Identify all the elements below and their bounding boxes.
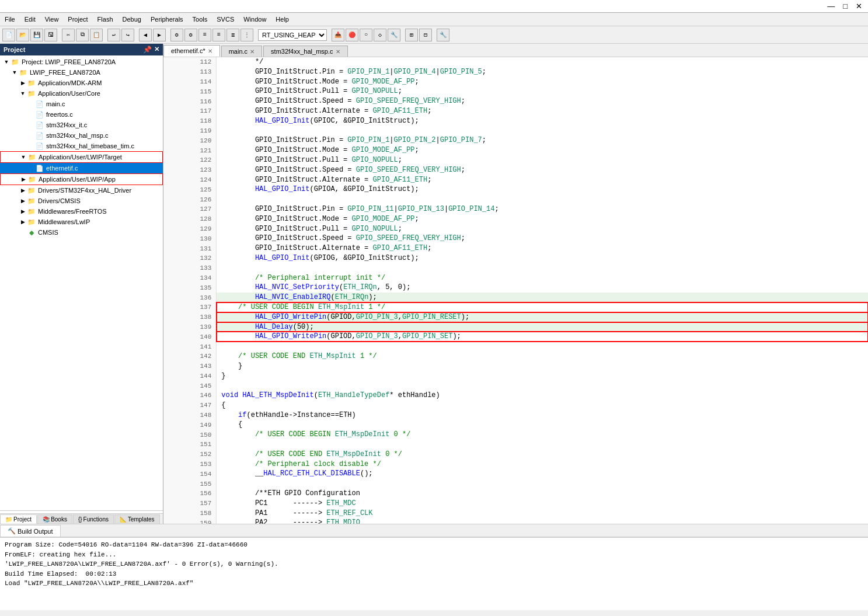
sb-tab-books[interactable]: 📚 Books: [37, 514, 72, 524]
tb-redo[interactable]: ↪: [121, 29, 134, 41]
code-content[interactable]: GPIO_InitStruct.Pull = GPIO_NOPULL;: [217, 155, 868, 165]
code-content[interactable]: [217, 126, 868, 136]
tb-paste[interactable]: 📋: [90, 29, 103, 41]
tb-settings[interactable]: 🔧: [437, 29, 449, 41]
code-content[interactable]: /* USER CODE END ETH_MspInit 1 */: [217, 351, 868, 361]
menu-edit[interactable]: Edit: [20, 14, 40, 25]
tb-win2[interactable]: ⊟: [419, 29, 432, 41]
tree-freertos-c[interactable]: 📄 freertos.c: [0, 109, 163, 120]
tree-hal-tb-c[interactable]: 📄 stm32f4xx_hal_timebase_tim.c: [0, 141, 163, 151]
code-content[interactable]: __HAL_RCC_ETH_CLK_DISABLE();: [217, 469, 868, 479]
build-target-select[interactable]: RT_USING_HEAP: [258, 29, 327, 41]
tb-build6[interactable]: ⋮: [240, 29, 253, 41]
tab-build-output[interactable]: 🔨 Build Output: [0, 525, 61, 537]
tab-ethernetif[interactable]: ethernetif.c* ✕: [163, 45, 220, 57]
code-content[interactable]: if(ethHandle->Instance==ETH): [217, 410, 868, 420]
menu-svcs[interactable]: SVCS: [212, 14, 239, 25]
code-content[interactable]: {: [217, 401, 868, 410]
tb-undo[interactable]: ↩: [107, 29, 120, 41]
tree-cmsis[interactable]: ◆ CMSIS: [0, 227, 163, 238]
code-content[interactable]: GPIO_InitStruct.Mode = GPIO_MODE_AF_PP;: [217, 214, 868, 224]
tb-copy[interactable]: ⧉: [76, 29, 89, 41]
build-output-panel[interactable]: Program Size: Code=54016 RO-data=1104 RW…: [0, 537, 868, 610]
tb-open[interactable]: 📂: [16, 29, 29, 41]
sb-tab-functions[interactable]: {} Functions: [73, 514, 114, 524]
menu-project[interactable]: Project: [63, 14, 92, 25]
code-content[interactable]: GPIO_InitStruct.Pull = GPIO_NOPULL;: [217, 86, 868, 96]
code-content[interactable]: GPIO_InitStruct.Alternate = GPIO_AF11_ET…: [217, 175, 868, 185]
tb-build4[interactable]: ≡: [212, 29, 225, 41]
code-content[interactable]: GPIO_InitStruct.Alternate = GPIO_AF11_ET…: [217, 243, 868, 253]
code-content[interactable]: /**ETH GPIO Configuration: [217, 489, 868, 499]
tab-close-icon[interactable]: ✕: [250, 48, 255, 55]
code-content[interactable]: /* Peripheral interrupt init */: [217, 273, 868, 283]
code-content[interactable]: HAL_NVIC_EnableIRQ(ETH_IRQn);: [217, 293, 868, 302]
tree-lwip[interactable]: ▶ 📁 Middlewares/LwIP: [0, 217, 163, 227]
code-content[interactable]: }: [217, 371, 868, 381]
tree-mdk-arm[interactable]: ▶ 📁 Application/MDK-ARM: [0, 78, 163, 88]
tree-main-c[interactable]: 📄 main.c: [0, 99, 163, 109]
tree-user-core[interactable]: ▼ 📁 Application/User/Core: [0, 88, 163, 99]
code-content[interactable]: }: [217, 361, 868, 371]
code-content[interactable]: void HAL_ETH_MspDeInit(ETH_HandleTypeDef…: [217, 391, 868, 401]
code-content[interactable]: /* USER CODE END ETH_MspDeInit 0 */: [217, 450, 868, 460]
menu-file[interactable]: File: [0, 14, 20, 25]
tb-saveall[interactable]: 🖫: [44, 29, 57, 41]
tb-prev[interactable]: ◀: [139, 29, 152, 41]
tab-close-icon[interactable]: ✕: [208, 48, 212, 54]
tree-lwip-target[interactable]: ▼ 📁 Application/User/LWIP/Target: [0, 151, 163, 163]
code-content[interactable]: GPIO_InitStruct.Mode = GPIO_MODE_AF_PP;: [217, 145, 868, 155]
tree-project-root[interactable]: ▼ 📁 Project: LWIP_FREE_LAN8720A: [0, 57, 163, 67]
code-content[interactable]: PC1 ------> ETH_MDC: [217, 499, 868, 509]
tb-load[interactable]: 📥: [332, 29, 344, 41]
tb-dbg4[interactable]: 🔧: [388, 29, 400, 41]
tb-dbg1[interactable]: 🔴: [346, 29, 358, 41]
code-content[interactable]: GPIO_InitStruct.Alternate = GPIO_AF11_ET…: [217, 106, 868, 116]
menu-debug[interactable]: Debug: [118, 14, 146, 25]
tree-lwip-app[interactable]: ▶ 📁 Application/User/LWIP/App: [0, 173, 163, 185]
code-content[interactable]: HAL_Delay(50);: [217, 322, 868, 332]
tb-cut[interactable]: ✂: [62, 29, 75, 41]
code-content[interactable]: GPIO_InitStruct.Pin = GPIO_PIN_1|GPIO_PI…: [217, 67, 868, 77]
code-content[interactable]: GPIO_InitStruct.Speed = GPIO_SPEED_FREQ_…: [217, 96, 868, 106]
code-content[interactable]: HAL_GPIO_Init(GPIOC, &GPIO_InitStruct);: [217, 116, 868, 126]
menu-peripherals[interactable]: Peripherals: [146, 14, 188, 25]
code-content[interactable]: [217, 381, 868, 391]
minimize-button[interactable]: —: [825, 2, 837, 11]
code-content[interactable]: PA1 ------> ETH_REF_CLK: [217, 509, 868, 518]
tb-save[interactable]: 💾: [30, 29, 43, 41]
sidebar-pin[interactable]: 📌: [143, 46, 152, 54]
code-content[interactable]: GPIO_InitStruct.Pull = GPIO_NOPULL;: [217, 224, 868, 234]
menu-view[interactable]: View: [40, 14, 64, 25]
code-content[interactable]: {: [217, 420, 868, 430]
code-content[interactable]: */: [217, 57, 868, 67]
tb-win1[interactable]: ⊞: [405, 29, 418, 41]
tree-lwip-root[interactable]: ▼ 📁 LWIP_FREE_LAN8720A: [0, 67, 163, 78]
maximize-button[interactable]: □: [841, 2, 850, 11]
menu-tools[interactable]: Tools: [188, 14, 212, 25]
tab-close-icon[interactable]: ✕: [336, 48, 340, 55]
code-content[interactable]: [217, 194, 868, 204]
code-content[interactable]: [217, 479, 868, 489]
tb-build3[interactable]: ≡: [198, 29, 211, 41]
tab-main[interactable]: main.c ✕: [221, 46, 262, 57]
menu-window[interactable]: Window: [239, 14, 271, 25]
code-content[interactable]: /* USER CODE BEGIN ETH_MspDeInit 0 */: [217, 430, 868, 440]
tree-hal-driver[interactable]: ▶ 📁 Drivers/STM32F4xx_HAL_Driver: [0, 185, 163, 196]
code-content[interactable]: GPIO_InitStruct.Pin = GPIO_PIN_11|GPIO_P…: [217, 204, 868, 214]
code-content[interactable]: /* Peripheral clock disable */: [217, 460, 868, 469]
tree-ethernetif-c[interactable]: 📄 ethernetif.c: [0, 163, 163, 173]
code-content[interactable]: GPIO_InitStruct.Pin = GPIO_PIN_1|GPIO_PI…: [217, 135, 868, 145]
code-content[interactable]: /* USER CODE BEGIN ETH_MspInit 1 */: [217, 302, 868, 312]
code-content[interactable]: HAL_GPIO_WritePin(GPIOD,GPIO_PIN_3,GPIO_…: [217, 332, 868, 342]
sidebar-close-icon[interactable]: ✕: [154, 46, 159, 54]
code-content[interactable]: HAL_NVIC_SetPriority(ETH_IRQn, 5, 0);: [217, 283, 868, 293]
tb-build2[interactable]: ⚙: [184, 29, 197, 41]
tab-hal-msp[interactable]: stm32f4xx_hal_msp.c ✕: [263, 46, 347, 57]
sb-tab-templates[interactable]: 📐 Templates: [114, 514, 160, 524]
code-content[interactable]: GPIO_InitStruct.Mode = GPIO_MODE_AF_PP;: [217, 77, 868, 87]
code-content[interactable]: [217, 342, 868, 351]
code-content[interactable]: HAL_GPIO_WritePin(GPIOD,GPIO_PIN_3,GPIO_…: [217, 312, 868, 322]
tree-freertos[interactable]: ▶ 📁 Middlewares/FreeRTOS: [0, 206, 163, 217]
menu-flash[interactable]: Flash: [93, 14, 118, 25]
